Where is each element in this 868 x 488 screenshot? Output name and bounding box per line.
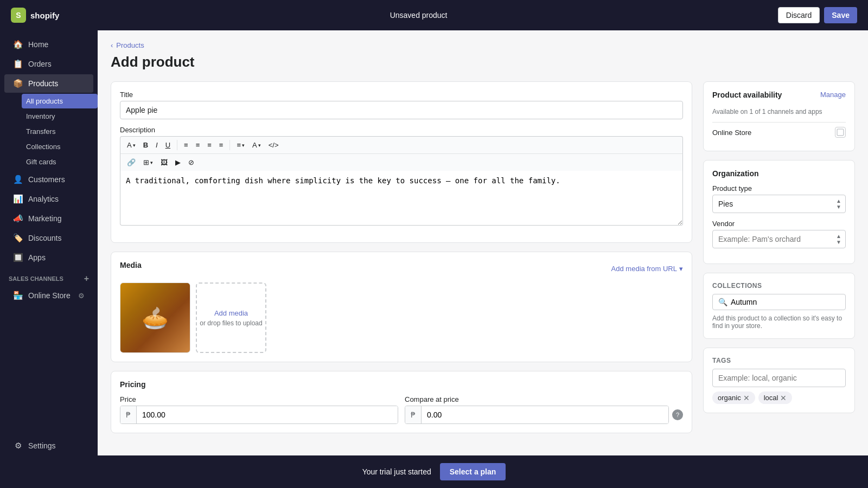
svg-rect-0 [837,129,844,136]
vendor-input[interactable] [712,230,846,248]
sidebar-item-gift-cards[interactable]: Gift cards [22,155,98,169]
breadcrumb[interactable]: ‹ Products [111,41,855,49]
compare-price-input[interactable] [422,406,668,423]
vendor-wrapper: ▲▼ [712,230,846,248]
media-upload-area[interactable]: Add media or drop files to upload [196,282,266,353]
vendor-label: Vendor [712,220,846,228]
sidebar-item-inventory[interactable]: Inventory [22,109,98,124]
sidebar-item-apps[interactable]: 🔲 Apps [4,248,93,267]
table-button[interactable]: ⊞ ▾ [140,156,156,169]
compare-label: Compare at price [405,395,683,403]
price-label: Price [120,395,398,403]
shopify-logo-icon: S [11,8,26,23]
image-button[interactable]: 🖼 [157,156,171,169]
sidebar-item-all-products[interactable]: All products [22,94,98,108]
marketing-icon: 📣 [13,214,23,223]
description-textarea[interactable]: A traditional, comforting dish where sim… [120,171,683,226]
toggle-icon [837,129,844,136]
upload-sub-label: or drop files to upload [200,319,262,327]
pricing-row: Price ₱ Compare at price ₱ [120,395,683,424]
select-plan-button[interactable]: Select a plan [440,463,506,480]
pricing-title: Pricing [120,380,683,389]
main-content: ‹ Products Add product Title Description… [98,30,868,455]
tag-remove-organic[interactable]: ✕ [743,394,750,402]
underline-button[interactable]: U [162,139,174,151]
tag-local: local ✕ [758,391,793,404]
sidebar-item-label: Orders [28,60,52,68]
collection-search: 🔍 [712,294,846,310]
font-button[interactable]: A ▾ [124,139,139,151]
breadcrumb-arrow: ‹ [111,41,113,49]
sidebar-item-customers[interactable]: 👤 Customers [4,170,93,189]
apps-icon: 🔲 [13,253,23,262]
compare-help-icon[interactable]: ? [672,409,683,420]
link-button[interactable]: 🔗 [124,156,139,169]
sidebar-item-products[interactable]: 📦 Products [4,74,93,93]
text-color-button[interactable]: A ▾ [249,139,264,151]
price-input[interactable] [137,406,398,423]
sidebar-item-analytics[interactable]: 📊 Analytics [4,190,93,208]
sidebar-item-discounts[interactable]: 🏷️ Discounts [4,229,93,247]
dropdown-arrow-icon: ▾ [679,265,683,273]
align-right-button[interactable]: ≡ [204,139,215,151]
pie-image: 🥧 [120,283,190,352]
sidebar-item-collections[interactable]: Collections [22,139,98,154]
product-type-select[interactable]: Pies [712,195,846,213]
align-justify-button[interactable]: ≡ [216,139,227,151]
align-center-button[interactable]: ≡ [193,139,203,151]
topbar-title: Unsaved product [390,11,448,20]
trial-message: Your trial just started [362,467,431,476]
tags-card: TAGS organic ✕ local ✕ [703,348,855,413]
add-media-url-button[interactable]: Add media from URL ▾ [611,265,683,273]
text-align-button[interactable]: ≡ ▾ [233,139,248,151]
search-icon: 🔍 [718,298,727,306]
topbar: S shopify Unsaved product Discard Save [0,0,868,30]
organization-title: Organization [712,169,846,178]
topbar-actions: Discard Save [778,7,857,23]
video-button[interactable]: ▶ [172,156,184,169]
title-input[interactable] [120,101,683,119]
title-label: Title [120,91,683,99]
toolbar-divider-2 [229,140,230,150]
italic-button[interactable]: I [152,139,161,151]
sidebar-item-orders[interactable]: 📋 Orders [4,55,93,73]
availability-title: Product availability [712,91,782,99]
manage-button[interactable]: Manage [820,91,846,99]
tags-input[interactable] [712,369,846,387]
bold-button[interactable]: B [140,139,151,151]
collections-card: COLLECTIONS 🔍 Add this product to a coll… [703,273,855,339]
sidebar-item-home[interactable]: 🏠 Home [4,35,93,54]
availability-card: Product availability Manage Available on… [703,81,855,151]
price-prefix: ₱ [120,406,137,423]
collection-search-input[interactable] [731,298,840,306]
sidebar-item-transfers[interactable]: Transfers [22,124,98,139]
media-item[interactable]: 🥧 [120,282,190,353]
sales-channels-section: SALES CHANNELS + [0,267,98,286]
breadcrumb-link[interactable]: Products [116,41,144,49]
code-button[interactable]: </> [265,139,282,151]
online-store-settings-icon[interactable]: ⚙ [78,292,85,300]
availability-channel: Online Store [712,122,846,142]
sidebar-item-marketing[interactable]: 📣 Marketing [4,209,93,228]
discard-button[interactable]: Discard [778,7,820,23]
sidebar-item-settings[interactable]: ⚙ Settings [4,436,93,455]
media-title: Media [120,261,142,269]
compare-input-row: ₱ ? [405,406,683,424]
sidebar-item-label: Home [28,40,48,49]
add-sales-channel-icon[interactable]: + [84,274,89,284]
online-store-icon: 🏪 [13,291,23,300]
tag-remove-local[interactable]: ✕ [780,394,787,402]
channel-toggle[interactable] [835,127,846,138]
align-left-button[interactable]: ≡ [181,139,192,151]
trial-bar: Your trial just started Select a plan [0,455,868,488]
clear-button[interactable]: ⊘ [185,156,197,169]
description-label: Description [120,126,683,134]
sidebar-item-online-store[interactable]: 🏪 Online Store ⚙ [4,286,93,305]
tags-title: TAGS [712,357,846,364]
product-type-label: Product type [712,184,846,192]
product-type-wrapper: Pies ▲▼ [712,195,846,213]
sidebar-item-label: Products [28,79,58,88]
customers-icon: 👤 [13,175,23,184]
save-button[interactable]: Save [824,7,857,23]
tags-list: organic ✕ local ✕ [712,391,846,404]
